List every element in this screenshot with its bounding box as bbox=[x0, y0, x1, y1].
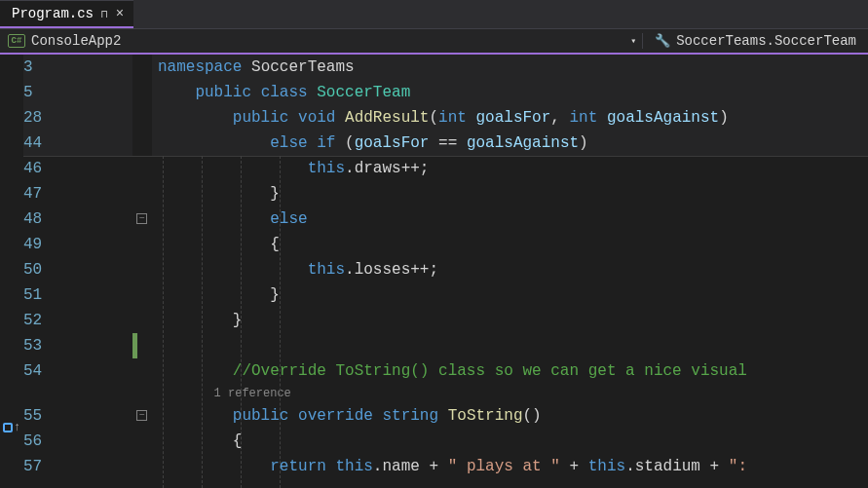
code-line[interactable]: else bbox=[152, 206, 868, 232]
code-line[interactable]: { bbox=[152, 429, 868, 454]
fold-toggle[interactable]: − bbox=[136, 410, 147, 421]
sticky-line: namespace SoccerTeams bbox=[152, 55, 868, 80]
fold-toggle[interactable]: − bbox=[136, 213, 147, 224]
line-number: 53 bbox=[23, 333, 132, 358]
tab-filename: Program.cs bbox=[12, 6, 94, 21]
code-editor[interactable]: ↑ 3 namespace SoccerTeams 5 public class… bbox=[0, 55, 868, 488]
sticky-line: public void AddResult(int goalsFor, int … bbox=[152, 105, 868, 131]
symbol-name: SoccerTeams.SoccerTeam bbox=[676, 33, 856, 49]
line-number: 3 bbox=[23, 55, 132, 80]
line-number: 57 bbox=[23, 454, 132, 479]
line-number: 54 bbox=[23, 358, 132, 384]
line-number: 50 bbox=[23, 257, 132, 282]
csharp-icon: C# bbox=[8, 34, 25, 48]
codelens-references[interactable]: 1 reference bbox=[152, 384, 291, 403]
project-name: ConsoleApp2 bbox=[31, 33, 121, 49]
override-icon bbox=[3, 423, 13, 432]
wrench-icon: 🔧 bbox=[655, 33, 670, 49]
line-number: 46 bbox=[23, 156, 132, 181]
code-line[interactable]: } bbox=[152, 181, 868, 206]
line-number: 48 bbox=[23, 206, 132, 232]
pin-icon[interactable]: ⊓ bbox=[101, 8, 108, 20]
code-line[interactable]: } bbox=[152, 282, 868, 308]
glyph-margin: ↑ bbox=[0, 55, 23, 488]
line-number: 56 bbox=[23, 429, 132, 454]
line-number: 52 bbox=[23, 308, 132, 333]
tab-bar: Program.cs ⊓ × bbox=[0, 0, 868, 29]
close-icon[interactable]: × bbox=[116, 6, 124, 21]
code-line[interactable]: return this.name + " plays at " + this.s… bbox=[152, 454, 868, 479]
line-number: 49 bbox=[23, 232, 132, 257]
code-line[interactable]: } bbox=[152, 308, 868, 333]
line-number: 51 bbox=[23, 282, 132, 308]
chevron-down-icon[interactable]: ▾ bbox=[624, 35, 642, 47]
sticky-line: public class SoccerTeam bbox=[152, 80, 868, 105]
override-indicator[interactable]: ↑ bbox=[3, 423, 20, 432]
sticky-scroll[interactable]: 3 namespace SoccerTeams 5 public class S… bbox=[23, 55, 868, 156]
code-line[interactable]: //Override ToString() class so we can ge… bbox=[152, 358, 868, 384]
code-line[interactable]: this.losses++; bbox=[152, 257, 868, 282]
arrow-up-icon: ↑ bbox=[14, 423, 20, 432]
code-line[interactable]: public override string ToString() bbox=[152, 403, 868, 429]
symbol-dropdown[interactable]: 🔧 SoccerTeams.SoccerTeam bbox=[642, 33, 868, 49]
code-line[interactable]: this.draws++; bbox=[152, 156, 868, 181]
line-number bbox=[23, 384, 132, 403]
project-dropdown[interactable]: C# ConsoleApp2 bbox=[0, 33, 624, 49]
line-number: 44 bbox=[23, 131, 132, 156]
line-number: 55 bbox=[23, 403, 132, 429]
sticky-line: else if (goalsFor == goalsAgainst) bbox=[152, 131, 868, 156]
code-line[interactable]: { bbox=[152, 232, 868, 257]
code-line[interactable] bbox=[152, 333, 868, 358]
line-number: 5 bbox=[23, 80, 132, 105]
change-indicator bbox=[132, 333, 137, 358]
line-number: 28 bbox=[23, 105, 132, 131]
tab-program-cs[interactable]: Program.cs ⊓ × bbox=[0, 0, 133, 28]
navigation-bar: C# ConsoleApp2 ▾ 🔧 SoccerTeams.SoccerTea… bbox=[0, 29, 868, 55]
line-number: 47 bbox=[23, 181, 132, 206]
